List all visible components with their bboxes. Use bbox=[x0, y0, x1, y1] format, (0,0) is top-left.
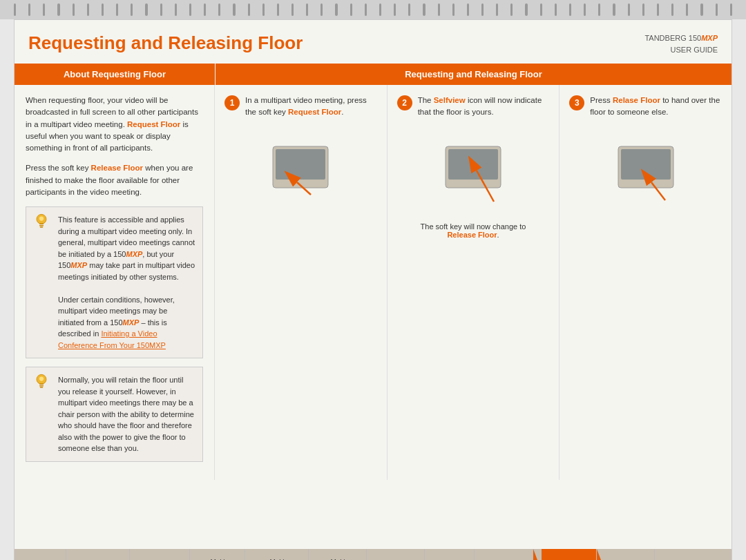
svg-rect-8 bbox=[40, 387, 44, 388]
step-2-device-arrow bbox=[432, 133, 515, 215]
step-2-column: 2 The Selfview icon will now indicate th… bbox=[388, 85, 560, 480]
section-header-left: About Requesting Floor bbox=[15, 64, 215, 85]
spiral-hole bbox=[686, 3, 688, 16]
nav-chevron-5 bbox=[309, 549, 317, 560]
tip2-text: Normally, you will retain the floor unti… bbox=[58, 376, 194, 452]
spiral-hole bbox=[438, 3, 440, 16]
relase-floor-link[interactable]: Relase Floor bbox=[613, 96, 660, 104]
nav-chevron-4 bbox=[245, 549, 254, 560]
step-3-number: 3 bbox=[569, 95, 584, 110]
svg-rect-3 bbox=[40, 226, 44, 228]
step-1-number: 1 bbox=[224, 95, 240, 110]
spiral-hole bbox=[613, 3, 615, 16]
spiral-hole bbox=[496, 3, 498, 16]
brand-mxp: MXP bbox=[701, 34, 718, 42]
step-1-header: 1 In a multipart video meeting, press th… bbox=[224, 95, 377, 119]
release-floor-link-2[interactable]: Release Floor bbox=[447, 231, 497, 239]
spiral-hole bbox=[233, 3, 235, 16]
spiral-hole bbox=[102, 3, 104, 16]
bottom-nav: Table ofContents Unpacking &Installation… bbox=[15, 549, 731, 561]
step-3-column: 3 Press Relase Floor to hand over the fl… bbox=[560, 85, 731, 480]
spiral-hole bbox=[628, 3, 630, 16]
spiral-hole bbox=[598, 3, 600, 16]
lightbulb-icon bbox=[32, 213, 51, 232]
spiral-hole bbox=[218, 3, 220, 16]
spiral-hole bbox=[394, 3, 396, 16]
spacer bbox=[15, 480, 731, 535]
spiral-hole bbox=[525, 3, 527, 16]
nav-tab-incoming[interactable]: IncomingCalls bbox=[433, 549, 475, 561]
step-3-header: 3 Press Relase Floor to hand over the fl… bbox=[569, 95, 722, 119]
svg-point-9 bbox=[39, 376, 44, 380]
spiral-hole bbox=[277, 3, 279, 16]
spiral-hole bbox=[43, 3, 45, 16]
page-header: Requesting and Releasing Floor TANDBERG … bbox=[15, 20, 731, 64]
nav-tab-toc[interactable]: Table ofContents bbox=[15, 549, 66, 561]
nav-tab-phonebook-calls[interactable]: MakingCalls UsingPhone Book bbox=[254, 549, 309, 561]
spiral-hole bbox=[657, 3, 659, 16]
nav-tab-telephone-calls[interactable]: MakingTelephoneCalls bbox=[317, 549, 367, 561]
spiral-hole bbox=[131, 3, 133, 16]
spiral-hole bbox=[700, 3, 702, 16]
nav-tab-calling-more[interactable]: Calling MoreThan One bbox=[483, 549, 533, 561]
step-1-arrow-area bbox=[224, 133, 377, 215]
nav-chevron-1 bbox=[66, 549, 75, 560]
nav-chevron-10 bbox=[597, 549, 605, 560]
spiral-hole bbox=[204, 3, 206, 16]
step-2-text: The Selfview icon will now indicate that… bbox=[418, 95, 550, 119]
spiral-hole bbox=[379, 3, 381, 16]
spiral-hole bbox=[423, 3, 425, 16]
spiral-hole bbox=[467, 3, 469, 16]
spiral-hole bbox=[87, 3, 89, 16]
nav-chevron-8 bbox=[475, 549, 483, 560]
nav-tab-contact[interactable]: ContactInformation bbox=[605, 549, 655, 561]
spiral-hole bbox=[73, 3, 75, 16]
step-3-arrow-area bbox=[569, 133, 722, 215]
left-sidebar: When requesting floor, your video will b… bbox=[15, 85, 215, 480]
step1-request-floor-link[interactable]: Request Floor bbox=[288, 108, 341, 116]
nav-tab-video-calls[interactable]: MakingVideoCalls bbox=[198, 549, 245, 561]
tip1-text: This feature is accessible and applies d… bbox=[58, 215, 195, 281]
spiral-hole bbox=[481, 3, 484, 16]
nav-tab-phonebook-details[interactable]: Phone BookDetails bbox=[375, 549, 425, 561]
right-content: 1 In a multipart video meeting, press th… bbox=[215, 85, 731, 480]
lightbulb-icon-2 bbox=[32, 373, 51, 392]
page-title: Requesting and Releasing Floor bbox=[28, 32, 303, 54]
step-1-text: In a multipart video meeting, press the … bbox=[245, 95, 377, 119]
tip1-link[interactable]: Initiating a Video Conference From Your … bbox=[58, 329, 166, 349]
spiral-hole bbox=[716, 3, 718, 16]
request-floor-link[interactable]: Request Floor bbox=[127, 120, 180, 128]
selfview-link[interactable]: Selfview bbox=[434, 96, 466, 104]
nav-tab-video-meeting[interactable]: Video MeetingFeatures bbox=[542, 549, 597, 561]
svg-rect-11 bbox=[276, 149, 325, 180]
spiral-hole bbox=[189, 3, 191, 16]
brand-info: TANDBERG 150MXP USER GUIDE bbox=[644, 32, 718, 55]
spiral-hole bbox=[730, 3, 732, 16]
tip1-text2: Under certain conditions, however, multi… bbox=[58, 296, 175, 349]
nav-tab-unpacking[interactable]: Unpacking &Installation bbox=[75, 549, 130, 561]
tip-box-2: Normally, you will retain the floor unti… bbox=[26, 367, 203, 462]
spiral-hole bbox=[335, 3, 337, 16]
svg-rect-2 bbox=[39, 225, 44, 226]
spiral-hole bbox=[28, 3, 30, 16]
nav-chevron-3 bbox=[190, 549, 198, 560]
spiral-hole bbox=[14, 3, 16, 16]
spiral-hole bbox=[569, 3, 571, 16]
nav-chevron-2 bbox=[130, 549, 138, 560]
spiral-hole bbox=[321, 3, 323, 16]
step-1-column: 1 In a multipart video meeting, press th… bbox=[215, 85, 388, 480]
content-area: When requesting floor, your video will b… bbox=[15, 85, 731, 480]
spiral-hole bbox=[160, 3, 162, 16]
spiral-hole bbox=[291, 3, 294, 16]
release-floor-link[interactable]: Release Floor bbox=[91, 164, 143, 172]
spiral-hole bbox=[642, 3, 644, 16]
nav-chevron-7 bbox=[425, 549, 433, 560]
svg-rect-19 bbox=[621, 149, 671, 180]
spiral-binding bbox=[0, 0, 746, 19]
nav-tab-operating[interactable]: OperatingPrinciples bbox=[138, 549, 190, 561]
spiral-hole bbox=[175, 3, 177, 16]
sidebar-intro: When requesting floor, your video will b… bbox=[26, 95, 203, 154]
user-guide-label: USER GUIDE bbox=[671, 46, 718, 54]
spiral-hole bbox=[540, 3, 542, 16]
main-container: Requesting and Releasing Floor TANDBERG … bbox=[14, 19, 732, 560]
